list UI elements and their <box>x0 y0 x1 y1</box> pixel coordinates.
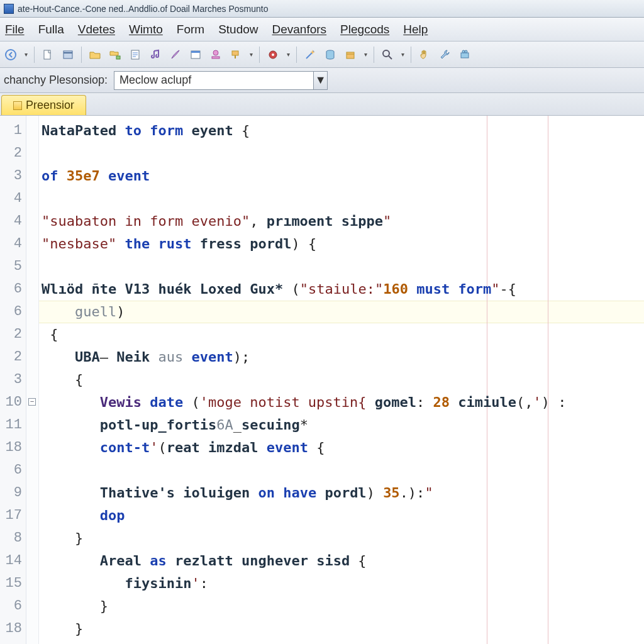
paint-dropdown-icon[interactable]: ▾ <box>248 51 254 58</box>
code-area[interactable]: NataPated to form eyent { of 35e7 event … <box>39 116 644 644</box>
folder-tree-icon[interactable] <box>107 47 123 63</box>
svg-rect-16 <box>461 53 469 58</box>
menu-form[interactable]: Form <box>177 23 204 36</box>
menu-vdetes[interactable]: Vdetes <box>78 23 115 36</box>
db-icon[interactable] <box>322 47 338 63</box>
new-file-icon[interactable] <box>40 47 56 63</box>
window-title: ate-Hout-Cance.-Cone ned..Anddlio.of Doa… <box>18 4 268 14</box>
svg-rect-3 <box>64 52 72 53</box>
paint-icon[interactable] <box>228 47 244 63</box>
svg-rect-10 <box>232 51 238 55</box>
tab-label: Preensior <box>26 99 74 112</box>
menu-fulla[interactable]: Fulla <box>38 23 64 36</box>
menu-wimto[interactable]: Wimto <box>129 23 163 36</box>
menu-devanfors[interactable]: Devanfors <box>272 23 327 36</box>
svg-point-12 <box>272 53 274 56</box>
svg-rect-2 <box>64 51 72 58</box>
selector-label: chanchy Plesonsiop: <box>4 74 108 87</box>
menu-studow[interactable]: Studow <box>218 23 258 36</box>
back-dropdown-icon[interactable]: ▾ <box>23 51 29 58</box>
script-icon[interactable] <box>127 47 143 63</box>
find-icon[interactable] <box>379 47 396 63</box>
toolbar: ▾ ▾ ▾ ▾ ▾ <box>0 42 644 68</box>
separator <box>81 47 82 63</box>
svg-rect-7 <box>191 51 200 53</box>
svg-point-8 <box>213 50 218 55</box>
svg-point-18 <box>465 50 467 53</box>
brush-icon[interactable] <box>167 47 184 63</box>
selector-value: Meclow aclupf <box>119 74 191 87</box>
menu-help[interactable]: Help <box>403 23 428 36</box>
code-editor[interactable]: 1 2 3 4 4 4 5 6 6 2 2 3 10 11 18 6 9 17 … <box>0 116 644 644</box>
plugin-icon[interactable] <box>457 47 473 63</box>
chevron-down-icon[interactable]: ▼ <box>313 72 327 89</box>
svg-point-17 <box>462 50 465 53</box>
svg-point-0 <box>6 50 16 60</box>
separator <box>296 47 297 63</box>
menu-file[interactable]: File <box>5 23 25 36</box>
tool-icon[interactable] <box>436 47 453 63</box>
svg-point-15 <box>383 50 389 57</box>
svg-rect-9 <box>212 57 219 58</box>
separator <box>374 47 374 63</box>
folder-open-icon[interactable] <box>87 47 103 63</box>
line-number-gutter: 1 2 3 4 4 4 5 6 6 2 2 3 10 11 18 6 9 17 … <box>0 116 26 644</box>
separator <box>34 47 35 63</box>
tab-preensior[interactable]: Preensior <box>1 95 86 115</box>
tabstrip: Preensior <box>0 93 644 116</box>
new-folder-icon[interactable] <box>60 47 76 63</box>
stamp-icon[interactable] <box>208 47 224 63</box>
svg-rect-1 <box>44 50 50 59</box>
menubar: File Fulla Vdetes Wimto Form Studow Deva… <box>0 18 644 42</box>
back-icon[interactable] <box>3 47 19 63</box>
form-icon[interactable] <box>187 47 204 63</box>
titlebar: ate-Hout-Cance.-Cone ned..Anddlio.of Doa… <box>0 0 644 18</box>
gear-dropdown-icon[interactable]: ▾ <box>285 51 291 58</box>
svg-rect-14 <box>347 52 354 58</box>
hand-icon[interactable] <box>416 47 433 63</box>
find-dropdown-icon[interactable]: ▾ <box>399 51 406 58</box>
wand-icon[interactable] <box>302 47 318 63</box>
box-icon[interactable] <box>342 47 358 63</box>
fold-column: − <box>26 116 39 644</box>
selector-bar: chanchy Plesonsiop: Meclow aclupf ▼ <box>0 68 644 93</box>
separator <box>411 47 411 63</box>
box-dropdown-icon[interactable]: ▾ <box>362 51 369 58</box>
app-icon <box>4 4 14 14</box>
gear-icon[interactable] <box>265 47 281 63</box>
svg-rect-4 <box>116 56 120 59</box>
fold-toggle-icon[interactable]: − <box>28 398 36 406</box>
menu-plegcods[interactable]: Plegcods <box>340 23 389 36</box>
music-icon[interactable] <box>147 47 164 63</box>
selector-combo[interactable]: Meclow aclupf ▼ <box>114 71 328 90</box>
code-text[interactable]: NataPated to form eyent { of 35e7 event … <box>42 119 644 644</box>
file-icon <box>13 101 22 110</box>
separator <box>259 47 260 63</box>
